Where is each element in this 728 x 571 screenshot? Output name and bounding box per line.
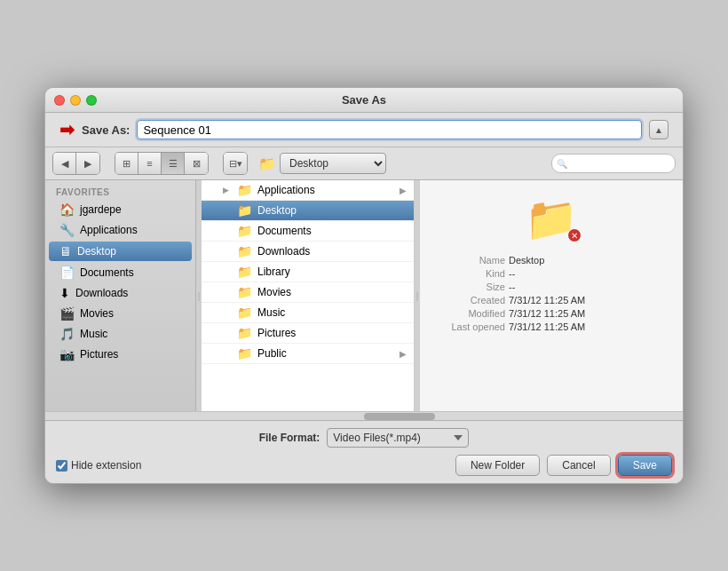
sidebar-item-downloads[interactable]: ⬇ Downloads — [49, 283, 192, 303]
file-item-downloads[interactable]: 📁 Downloads — [202, 242, 414, 262]
sidebar-item-label: Movies — [80, 307, 114, 320]
save-button[interactable]: Save — [618, 455, 672, 476]
sidebar: FAVORITES 🏠 jgardepe 🔧 Applications ➡ 🖥 … — [45, 180, 196, 411]
scrollbar-area — [45, 411, 683, 420]
location-folder-icon: 📁 — [258, 155, 276, 172]
detail-folder-icon: 📁 ✕ — [525, 194, 578, 244]
folder-icon: 📁 — [237, 224, 252, 238]
format-row: File Format: Video Files(*.mp4) Audio Fi… — [56, 428, 672, 448]
view-coverflow-button[interactable]: ⊠ — [185, 153, 208, 174]
applications-icon: 🔧 — [59, 223, 75, 237]
location-select[interactable]: Desktop — [280, 153, 386, 174]
hide-extension-checkbox[interactable] — [56, 460, 67, 472]
file-item-desktop[interactable]: 📁 Desktop — [202, 201, 414, 221]
main-content: FAVORITES 🏠 jgardepe 🔧 Applications ➡ 🖥 … — [45, 180, 683, 411]
detail-created-key: Created — [434, 295, 505, 305]
detail-created-row: Created 7/31/12 11:25 AM — [434, 295, 669, 305]
file-item-library[interactable]: 📁 Library — [202, 262, 414, 282]
sidebar-item-jgardepe[interactable]: 🏠 jgardepe — [49, 200, 192, 219]
documents-icon: 📄 — [59, 266, 75, 280]
save-as-input[interactable] — [137, 120, 642, 139]
detail-name-val: Desktop — [509, 255, 544, 266]
detail-size-key: Size — [434, 282, 505, 292]
format-label: File Format: — [259, 432, 320, 444]
file-item-public[interactable]: 📁 Public ▶ — [202, 344, 414, 364]
arrange-button[interactable]: ⊟▾ — [224, 153, 247, 174]
detail-lastopened-val: 7/31/12 11:25 AM — [509, 321, 585, 332]
detail-size-val: -- — [509, 282, 515, 292]
nav-buttons: ◀ ▶ — [52, 152, 100, 175]
expand-arrow-icon: ▶ — [400, 186, 407, 195]
hide-extension-label: Hide extension — [71, 459, 141, 472]
detail-name-key: Name — [434, 255, 505, 266]
detail-lastopened-key: Last opened — [434, 321, 505, 332]
location-select-wrap: 📁 Desktop — [258, 153, 548, 174]
file-list-pane: ▶ 📁 Applications ▶ 📁 Desktop 📁 Documents… — [202, 180, 415, 411]
sidebar-item-label: Documents — [80, 266, 134, 279]
file-label: Music — [257, 306, 407, 319]
forward-button[interactable]: ▶ — [76, 153, 99, 174]
file-label: Library — [257, 266, 407, 278]
downloads-icon: ⬇ — [59, 286, 70, 300]
minimize-button[interactable] — [70, 95, 81, 106]
sidebar-item-documents[interactable]: 📄 Documents — [49, 263, 192, 282]
view-icons-button[interactable]: ⊞ — [115, 153, 138, 174]
detail-modified-val: 7/31/12 11:25 AM — [509, 308, 585, 319]
back-button[interactable]: ◀ — [53, 153, 76, 174]
sidebar-item-label: Pictures — [80, 348, 118, 361]
file-item-applications[interactable]: ▶ 📁 Applications ▶ — [202, 180, 414, 201]
share-button-group: ⊟▾ — [223, 152, 248, 175]
folder-icon: 📁 — [237, 346, 252, 361]
close-button[interactable] — [54, 95, 65, 106]
home-icon: 🏠 — [59, 202, 75, 217]
new-folder-button[interactable]: New Folder — [455, 455, 540, 476]
sidebar-item-music[interactable]: 🎵 Music — [49, 324, 192, 344]
expand-arrow-icon: ▶ — [400, 349, 407, 359]
sidebar-item-movies[interactable]: 🎬 Movies — [49, 304, 192, 323]
movies-icon: 🎬 — [59, 306, 75, 321]
detail-name-row: Name Desktop — [434, 255, 669, 266]
sidebar-item-applications[interactable]: 🔧 Applications — [49, 220, 192, 240]
folder-icon: 📁 — [237, 203, 252, 218]
file-item-pictures[interactable]: 📁 Pictures — [202, 323, 414, 344]
file-label: Applications — [257, 184, 394, 196]
search-input[interactable] — [551, 154, 676, 173]
traffic-lights — [54, 95, 97, 106]
hide-extension-wrap: Hide extension — [56, 459, 141, 472]
sidebar-item-label: Music — [80, 328, 107, 340]
maximize-button[interactable] — [86, 95, 97, 106]
desktop-icon: 🖥 — [59, 244, 72, 258]
scrollbar-thumb[interactable] — [364, 413, 435, 420]
bottom-bar: File Format: Video Files(*.mp4) Audio Fi… — [45, 420, 683, 483]
file-label: Desktop — [257, 204, 407, 217]
file-item-music[interactable]: 📁 Music — [202, 303, 414, 323]
detail-info: Name Desktop Kind -- Size -- Created 7/3… — [434, 255, 669, 335]
detail-kind-val: -- — [509, 268, 515, 279]
sidebar-item-label: Desktop — [77, 245, 116, 258]
file-label: Movies — [257, 286, 407, 298]
view-list-button[interactable]: ≡ — [138, 153, 162, 174]
music-icon: 🎵 — [59, 327, 75, 341]
detail-created-val: 7/31/12 11:25 AM — [509, 295, 585, 305]
sidebar-item-pictures[interactable]: 📷 Pictures — [49, 345, 192, 364]
save-as-label: Save As: — [82, 123, 130, 137]
view-column-button[interactable]: ☰ — [162, 153, 185, 174]
folder-icon: 📁 — [237, 285, 252, 299]
file-label: Pictures — [257, 327, 407, 339]
red-arrow-icon: ➡ — [59, 121, 75, 139]
file-label: Downloads — [257, 245, 407, 258]
cancel-button[interactable]: Cancel — [547, 455, 610, 476]
file-item-movies[interactable]: 📁 Movies — [202, 282, 414, 303]
file-label: Documents — [257, 225, 407, 237]
expand-button[interactable]: ▲ — [649, 120, 669, 139]
sidebar-item-desktop[interactable]: 🖥 Desktop — [49, 242, 192, 261]
sidebar-item-label: Downloads — [75, 287, 128, 299]
detail-pane: 📁 ✕ Name Desktop Kind -- Size -- Created — [420, 180, 683, 411]
detail-modified-key: Modified — [434, 308, 505, 319]
sidebar-item-label: Applications — [80, 224, 138, 236]
window-title: Save As — [342, 93, 386, 107]
file-item-documents[interactable]: 📁 Documents — [202, 221, 414, 242]
folder-badge: ✕ — [567, 228, 582, 242]
format-select[interactable]: Video Files(*.mp4) Audio Files(*.mp3) Al… — [327, 428, 469, 448]
folder-icon: 📁 — [237, 326, 252, 340]
